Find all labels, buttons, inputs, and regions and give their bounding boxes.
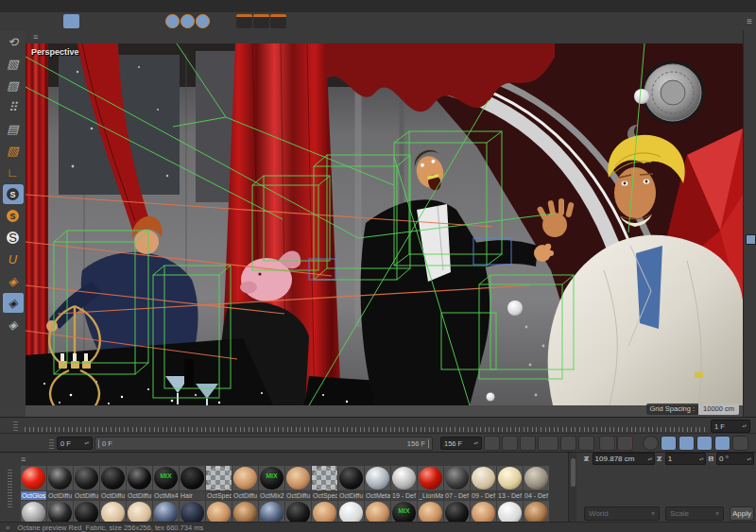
end-frame-spinner[interactable]: 156 F▴▾: [440, 437, 482, 450]
keyframe-record-button[interactable]: [643, 436, 659, 451]
size-field[interactable]: 1▴▾: [665, 453, 707, 465]
material-item[interactable]: OctDiffu: [338, 466, 364, 500]
material-item[interactable]: [180, 501, 205, 523]
material-item[interactable]: OctGlos: [21, 466, 46, 500]
viewport-menu-icon[interactable]: ≡: [33, 32, 38, 42]
position-field[interactable]: 109.878 cm▴▾: [593, 453, 655, 465]
polygons-mode-icon[interactable]: ▧: [3, 141, 24, 161]
viewport-canvas[interactable]: Perspective: [26, 43, 743, 417]
next-key-button[interactable]: [578, 436, 594, 451]
key-rotation-toggle[interactable]: [696, 436, 713, 451]
material-menu-icon[interactable]: ≡: [21, 455, 26, 464]
status-menu-icon[interactable]: ≡: [6, 523, 9, 532]
current-frame-spinner[interactable]: 0 F▴▾: [57, 437, 93, 450]
workplane-mode-icon[interactable]: ◈: [3, 315, 24, 335]
lock-z-icon[interactable]: [196, 14, 210, 28]
material-item[interactable]: [153, 501, 179, 523]
material-item[interactable]: [127, 501, 152, 523]
deformer-icon[interactable]: [389, 14, 405, 28]
rotation-field[interactable]: 0 °▴▾: [716, 453, 754, 465]
key-pla-toggle[interactable]: [732, 436, 748, 451]
solo-hierarchy-icon[interactable]: S: [3, 206, 24, 226]
goto-start-button[interactable]: [484, 436, 500, 451]
coord-system-icon[interactable]: [211, 14, 227, 28]
model-mode-icon[interactable]: ▧: [3, 54, 24, 74]
material-item[interactable]: OctDiffu: [232, 466, 258, 500]
record-objects-button[interactable]: [599, 436, 615, 451]
material-item[interactable]: MIX OctMix2: [259, 466, 284, 500]
material-item[interactable]: [74, 501, 99, 523]
material-item[interactable]: 07 - Def: [444, 466, 470, 500]
prev-key-button[interactable]: [502, 436, 518, 451]
material-item[interactable]: MIX OctMix4: [153, 466, 179, 500]
light-icon[interactable]: [466, 14, 482, 28]
points-mode-icon[interactable]: ⠿: [3, 97, 24, 117]
spinner-arrows[interactable]: ▴▾: [646, 457, 653, 461]
render-picture-viewer-icon[interactable]: [253, 14, 269, 28]
material-item[interactable]: [338, 501, 364, 523]
spinner-arrows[interactable]: ▴▾: [697, 457, 704, 461]
undo-icon[interactable]: [4, 14, 20, 28]
material-item[interactable]: [471, 501, 496, 523]
lock-x-icon[interactable]: [165, 14, 180, 28]
material-item[interactable]: 09 - Def: [471, 466, 496, 500]
material-item[interactable]: [100, 501, 126, 523]
powerslider-drag-handle[interactable]: [49, 438, 54, 449]
redo-icon[interactable]: [21, 14, 37, 28]
material-item[interactable]: 19 - Def: [391, 466, 417, 500]
preview-range-slider[interactable]: 0 F 156 F: [94, 437, 433, 451]
autokey-button[interactable]: [617, 436, 633, 451]
edges-mode-icon[interactable]: ▤: [3, 119, 24, 139]
material-item[interactable]: [365, 501, 390, 523]
quantize-icon[interactable]: ◈: [3, 271, 24, 291]
timeline-ruler[interactable]: 1 F▴▾: [0, 417, 756, 434]
material-item[interactable]: [524, 501, 549, 523]
ruler-drag-handle[interactable]: [13, 420, 18, 431]
next-frame-button[interactable]: [560, 436, 576, 451]
object-axis-icon[interactable]: ∟: [3, 163, 24, 182]
material-item[interactable]: [206, 501, 232, 523]
texture-mode-icon[interactable]: ▨: [3, 76, 24, 95]
render-view-icon[interactable]: [236, 14, 252, 28]
size-mode-dropdown[interactable]: Scale▾: [665, 506, 724, 521]
spinner-arrows[interactable]: ▴▾: [470, 441, 478, 445]
move-tool-icon[interactable]: [63, 14, 79, 28]
material-drag-handle[interactable]: [8, 470, 12, 507]
rotate-tool-icon[interactable]: [97, 14, 113, 28]
material-item[interactable]: [418, 501, 443, 523]
material-item[interactable]: Hair: [180, 466, 205, 500]
axis-cross-icon[interactable]: [140, 14, 156, 28]
frame-step-spinner[interactable]: 1 F▴▾: [711, 420, 750, 433]
primitive-cube-icon[interactable]: [296, 14, 312, 28]
material-item[interactable]: OctDiffu: [127, 466, 152, 500]
material-item[interactable]: [232, 501, 258, 523]
volume-icon[interactable]: [338, 14, 354, 28]
material-item[interactable]: _LionMa: [418, 466, 443, 500]
key-scale-toggle[interactable]: [679, 436, 695, 451]
material-item[interactable]: [312, 501, 337, 523]
dock-swatch[interactable]: [746, 234, 756, 245]
play-button[interactable]: [538, 436, 558, 451]
simulate-icon[interactable]: [355, 14, 371, 28]
spinner-arrows[interactable]: ▴▾: [738, 424, 747, 428]
live-selection-icon[interactable]: [46, 14, 62, 28]
material-item[interactable]: OctDiffu: [285, 466, 311, 500]
tweak-stack-icon[interactable]: [114, 14, 130, 28]
material-item[interactable]: 04 - Def: [524, 466, 549, 500]
enable-axis-icon[interactable]: S: [3, 184, 24, 204]
material-item[interactable]: 13 - Def: [497, 466, 523, 500]
mograph-icon[interactable]: [372, 14, 388, 28]
material-item[interactable]: OctMeta: [365, 466, 390, 500]
material-item[interactable]: [444, 501, 470, 523]
key-position-toggle[interactable]: [661, 436, 677, 451]
key-parameter-toggle[interactable]: [714, 436, 730, 451]
material-item[interactable]: [285, 501, 311, 523]
coordinate-system-dropdown[interactable]: World▾: [584, 506, 660, 521]
material-item[interactable]: MIX: [391, 501, 417, 523]
make-editable-icon[interactable]: ⟲: [3, 32, 24, 52]
solo-single-icon[interactable]: S: [3, 228, 24, 248]
material-item[interactable]: OctDiffu: [100, 466, 126, 500]
material-item[interactable]: OctSpec: [312, 466, 337, 500]
snap-icon[interactable]: U: [3, 249, 24, 269]
render-settings-icon[interactable]: [270, 14, 286, 28]
